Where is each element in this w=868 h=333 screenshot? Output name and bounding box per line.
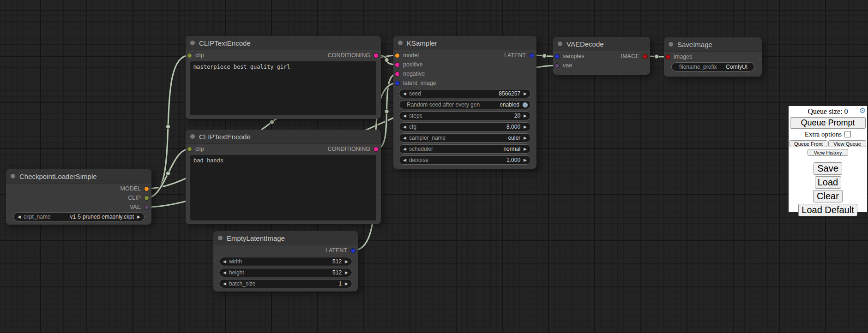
node-title-bar[interactable]: EmptyLatentImage xyxy=(213,231,358,245)
widget-height[interactable]: ◀ height 512 ▶ xyxy=(219,268,352,277)
widget-value[interactable]: ComfyUI xyxy=(726,64,747,70)
widget-scheduler[interactable]: ◀ scheduler normal ▶ xyxy=(399,144,531,154)
decrement-arrow-icon[interactable]: ◀ xyxy=(223,260,226,264)
widget-value[interactable]: 1 xyxy=(338,280,342,287)
decrement-arrow-icon[interactable]: ◀ xyxy=(403,92,406,96)
widget-value[interactable]: normal xyxy=(503,146,520,152)
queue-front-button[interactable]: Queue Front xyxy=(790,140,827,147)
decrement-arrow-icon[interactable]: ◀ xyxy=(403,147,406,151)
node-title-bar[interactable]: CLIPTextEncode xyxy=(186,130,381,144)
increment-arrow-icon[interactable]: ▶ xyxy=(524,158,527,162)
widget-label: batch_size xyxy=(229,280,255,287)
widget-denoise[interactable]: ◀ denoise 1.000 ▶ xyxy=(399,155,531,165)
widget-steps[interactable]: ◀ steps 20 ▶ xyxy=(399,111,531,120)
widget-value[interactable]: euler xyxy=(508,135,520,141)
settings-gear-icon[interactable]: ⚙ xyxy=(859,107,866,114)
output-slot-vae[interactable] xyxy=(144,205,149,210)
widget-value[interactable]: 512 xyxy=(332,258,342,265)
increment-arrow-icon[interactable]: ▶ xyxy=(345,271,348,275)
decrement-arrow-icon[interactable]: ◀ xyxy=(403,158,406,162)
collapse-dot-icon[interactable] xyxy=(398,41,403,45)
widget-value[interactable]: 8566257 xyxy=(499,90,520,97)
widget-label: Random seed after every gen xyxy=(407,101,480,108)
output-slot-latent[interactable] xyxy=(350,248,356,253)
collapse-dot-icon[interactable] xyxy=(190,41,195,45)
output-slot-model[interactable] xyxy=(144,186,149,191)
output-slot-conditioning[interactable] xyxy=(374,147,379,152)
load-button[interactable]: Load xyxy=(815,176,841,189)
output-slot-latent[interactable] xyxy=(529,53,534,58)
node-empty-latent-image[interactable]: EmptyLatentImage LATENT ◀ width 512 ▶ ◀ … xyxy=(213,231,358,291)
collapse-dot-icon[interactable] xyxy=(218,236,223,240)
increment-arrow-icon[interactable]: ▶ xyxy=(345,260,348,264)
load-default-button[interactable]: Load Default xyxy=(798,204,857,216)
decrement-arrow-icon[interactable]: ◀ xyxy=(18,215,21,219)
collapse-dot-icon[interactable] xyxy=(669,42,673,47)
input-slot-images[interactable] xyxy=(665,54,670,59)
widget-cfg[interactable]: ◀ cfg 8.000 ▶ xyxy=(399,122,531,131)
node-title: CLIPTextEncode xyxy=(199,133,251,141)
node-graph-canvas[interactable]: CheckpointLoaderSimple MODEL CLIP VAE ◀ … xyxy=(0,0,868,333)
clear-button[interactable]: Clear xyxy=(813,190,843,202)
increment-arrow-icon[interactable]: ▶ xyxy=(345,282,348,286)
decrement-arrow-icon[interactable]: ◀ xyxy=(403,136,406,140)
widget-ckpt-name[interactable]: ◀ ckpt_name v1-5-pruned-emaonly.ckpt ▶ xyxy=(13,212,145,221)
node-vae-decode[interactable]: VAEDecode samples IMAGE vae xyxy=(553,37,650,75)
output-slot-conditioning[interactable] xyxy=(374,53,379,58)
node-checkpoint-loader-simple[interactable]: CheckpointLoaderSimple MODEL CLIP VAE ◀ … xyxy=(6,169,151,225)
queue-prompt-button[interactable]: Queue Prompt xyxy=(790,117,866,129)
output-label: LATENT xyxy=(504,52,526,59)
widget-batch-size[interactable]: ◀ batch_size 1 ▶ xyxy=(219,279,352,288)
widget-sampler-name[interactable]: ◀ sampler_name euler ▶ xyxy=(399,133,531,143)
output-label: CONDITIONING xyxy=(328,146,370,152)
widget-value[interactable]: 512 xyxy=(332,269,342,276)
input-slot-negative[interactable] xyxy=(395,71,400,77)
widget-label: denoise xyxy=(409,157,428,163)
widget-value[interactable]: v1-5-pruned-emaonly.ckpt xyxy=(70,214,134,220)
widget-label: steps xyxy=(409,113,422,119)
view-queue-button[interactable]: View Queue xyxy=(828,140,866,147)
node-title-bar[interactable]: CheckpointLoaderSimple xyxy=(6,169,151,184)
widget-filename-prefix[interactable]: filename_prefix ComfyUI xyxy=(671,62,754,71)
node-title-bar[interactable]: SaveImage xyxy=(664,37,762,52)
input-slot-latent-image[interactable] xyxy=(395,81,400,86)
input-slot-positive[interactable] xyxy=(395,62,400,67)
node-clip-text-encode-positive[interactable]: CLIPTextEncode clip CONDITIONING masterp… xyxy=(186,36,381,119)
collapse-dot-icon[interactable] xyxy=(558,42,562,46)
decrement-arrow-icon[interactable]: ◀ xyxy=(403,125,406,129)
prompt-text-area[interactable]: bad hands xyxy=(190,155,376,220)
increment-arrow-icon[interactable]: ▶ xyxy=(524,125,527,129)
prompt-text-area[interactable]: masterpiece best quality girl xyxy=(190,61,376,115)
increment-arrow-icon[interactable]: ▶ xyxy=(524,92,527,96)
queue-menu-panel: Queue size: 0 ⚙ Queue Prompt Extra optio… xyxy=(789,106,867,212)
node-title-bar[interactable]: CLIPTextEncode xyxy=(186,36,381,50)
output-slot-image[interactable] xyxy=(643,54,648,59)
decrement-arrow-icon[interactable]: ◀ xyxy=(403,114,406,118)
collapse-dot-icon[interactable] xyxy=(190,134,195,139)
save-button[interactable]: Save xyxy=(814,162,842,175)
extra-options-checkbox[interactable] xyxy=(844,131,851,137)
toggle-dot-icon[interactable] xyxy=(522,102,528,108)
widget-width[interactable]: ◀ width 512 ▶ xyxy=(219,257,352,266)
increment-arrow-icon[interactable]: ▶ xyxy=(137,215,140,219)
node-save-image[interactable]: SaveImage images filename_prefix ComfyUI xyxy=(664,37,762,77)
widget-value[interactable]: 1.000 xyxy=(506,157,520,163)
increment-arrow-icon[interactable]: ▶ xyxy=(524,147,527,151)
decrement-arrow-icon[interactable]: ◀ xyxy=(223,271,226,275)
widget-value[interactable]: 8.000 xyxy=(506,124,520,130)
view-history-button[interactable]: View History xyxy=(808,149,848,156)
increment-arrow-icon[interactable]: ▶ xyxy=(524,114,527,118)
node-ksampler[interactable]: KSampler model LATENT positive negative … xyxy=(393,36,536,169)
output-slot-clip[interactable] xyxy=(144,196,149,201)
output-label: CLIP xyxy=(128,195,141,201)
increment-arrow-icon[interactable]: ▶ xyxy=(524,136,527,140)
input-slot-vae[interactable] xyxy=(555,63,560,68)
widget-random-seed-toggle[interactable]: Random seed after every gen enabled xyxy=(399,100,531,109)
node-clip-text-encode-negative[interactable]: CLIPTextEncode clip CONDITIONING bad han… xyxy=(186,130,381,224)
widget-value[interactable]: 20 xyxy=(514,113,520,119)
node-title-bar[interactable]: VAEDecode xyxy=(553,37,650,51)
collapse-dot-icon[interactable] xyxy=(11,174,15,178)
node-title-bar[interactable]: KSampler xyxy=(393,36,536,50)
decrement-arrow-icon[interactable]: ◀ xyxy=(223,282,226,286)
widget-seed[interactable]: ◀ seed 8566257 ▶ xyxy=(399,89,531,98)
